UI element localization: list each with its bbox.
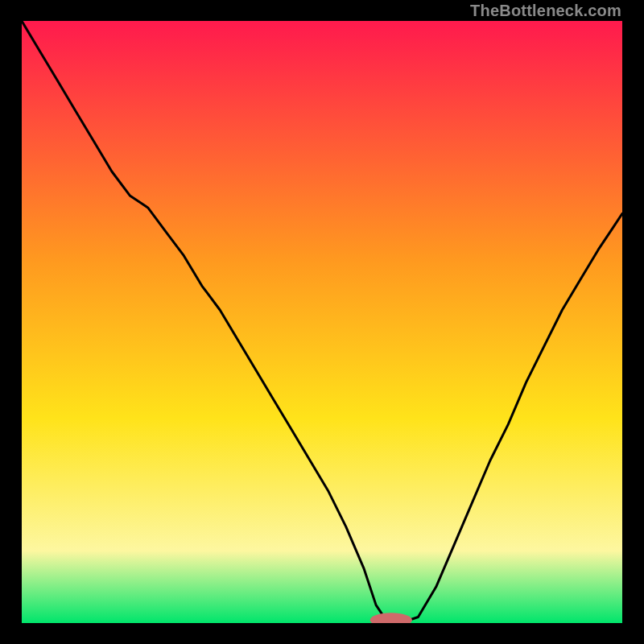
gradient-background	[22, 21, 622, 623]
plot-area	[22, 21, 622, 623]
bottleneck-curve-chart	[22, 21, 622, 623]
chart-frame: TheBottleneck.com	[0, 0, 644, 644]
watermark-text: TheBottleneck.com	[470, 2, 621, 20]
